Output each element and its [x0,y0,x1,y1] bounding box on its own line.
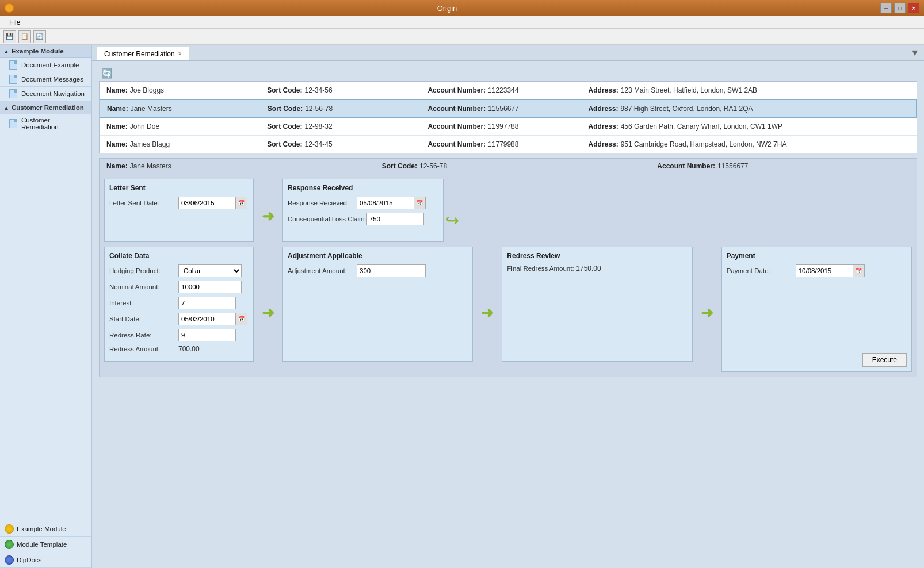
redress-amount-row: Redress Amount: 700.00 [109,345,249,353]
refresh-bar: 🔄 [97,66,919,81]
payment-title: Payment [727,252,907,260]
execute-button[interactable]: Execute [862,353,907,367]
adjustment-amount-input[interactable] [357,264,426,277]
payment-date-calendar-btn[interactable]: 📅 [853,264,865,277]
interest-input[interactable] [178,297,236,309]
sidebar-item-customer-remediation[interactable]: Customer Remediation [0,114,91,133]
sidebar-item-doc-messages[interactable]: Document Messages [0,72,91,87]
content-area: Customer Remediation × ▼ 🔄 Name: Joe Blo… [92,45,924,568]
minimize-button[interactable]: ─ [880,3,892,13]
sidebar-group-example-module: ▲ Example Module Document Example Docume… [0,45,91,101]
redress-rate-input[interactable] [178,329,236,341]
sidebar-bottom-module-template[interactable]: Module Template [0,537,91,552]
copy-button[interactable]: 📋 [18,30,31,43]
maximize-button[interactable]: □ [894,3,906,13]
hedging-product-select[interactable]: Collar Cap Swap [178,264,242,277]
sidebar-group-header-customer[interactable]: ▲ Customer Remediation [0,101,91,114]
nominal-amount-input[interactable] [178,281,242,293]
letter-sent-date-input[interactable] [178,197,236,209]
adjustment-applicable-box: Adjustment Applicable Adjustment Amount: [282,247,473,362]
file-menu[interactable]: File [5,17,25,28]
redress-review-title: Redress Review [507,252,687,260]
consequential-loss-row: Consequential Loss Claim: [288,213,438,225]
address-value-1: 123 Main Street, Hatfield, London, SW1 2… [621,86,757,94]
close-button[interactable]: ✕ [908,3,919,13]
sort-code-value-1: 12-34-56 [305,86,333,94]
address-label-2: Address: [588,105,618,113]
sort-code-label-1: Sort Code: [267,86,302,94]
redress-rate-row: Redress Rate: [109,329,249,341]
sort-code-value-4: 12-34-45 [305,140,333,148]
refresh-icon[interactable]: 🔄 [101,68,113,78]
refresh-button[interactable]: 🔄 [33,30,46,43]
customer-row-joe[interactable]: Name: Joe Bloggs Sort Code: 12-34-56 Acc… [100,82,917,99]
acct-num-value-3: 11997788 [488,122,518,131]
tab-dropdown-button[interactable]: ▼ [910,48,919,60]
customer-rem-icon [9,119,18,128]
sort-code-label-3: Sort Code: [267,122,302,131]
address-value-3: 456 Garden Path, Canary Wharf, London, C… [621,122,782,131]
tab-bar: Customer Remediation × ▼ [92,45,924,61]
final-redress-label: Final Redress Amount: [507,265,576,272]
redress-review-box: Redress Review Final Redress Amount: 175… [502,247,692,362]
sidebar-item-label-doc-example: Document Example [21,62,79,68]
final-redress-value: 1750.00 [576,264,601,273]
collate-data-title: Collate Data [109,252,249,260]
tab-customer-remediation[interactable]: Customer Remediation × [97,47,189,60]
arrow-adjustment-to-redress: ➜ [473,247,502,322]
save-button[interactable]: 💾 [3,30,16,43]
collate-data-box: Collate Data Hedging Product: Collar Cap… [104,247,254,362]
customer-row-john[interactable]: Name: John Doe Sort Code: 12-98-32 Accou… [100,118,917,136]
module-template-icon [5,540,14,549]
payment-date-row: Payment Date: 📅 [727,264,907,277]
detail-panel: Name: Jane Masters Sort Code: 12-56-78 A… [99,158,917,377]
adjustment-title: Adjustment Applicable [288,252,468,260]
customer-list: Name: Joe Bloggs Sort Code: 12-34-56 Acc… [99,81,917,153]
address-label-3: Address: [589,122,618,131]
detail-name-value: Jane Masters [130,162,171,170]
arrow-collate-to-adjustment: ➜ [254,247,282,322]
sidebar-group-customer-remediation: ▲ Customer Remediation Customer Remediat… [0,101,91,133]
detail-name-label: Name: [106,162,128,170]
redress-amount-value: 700.00 [178,345,200,353]
detail-acct-num-label: Account Number: [657,162,715,170]
sidebar-bottom-label-dipdocs: DipDocs [17,557,41,563]
customer-row-james[interactable]: Name: James Blagg Sort Code: 12-34-45 Ac… [100,136,917,153]
response-received-date-input-wrap: 📅 [357,197,426,209]
doc-navigation-icon [9,89,18,98]
dipdocs-icon [5,555,14,565]
letter-sent-date-calendar-btn[interactable]: 📅 [236,197,247,209]
name-value-1: Joe Bloggs [130,86,164,94]
interest-row: Interest: [109,297,249,309]
sidebar-group-header-example[interactable]: ▲ Example Module [0,45,91,58]
acct-num-value-4: 11779988 [488,140,518,148]
start-date-label: Start Date: [109,316,178,323]
payment-date-input[interactable] [796,264,853,277]
address-label-1: Address: [589,86,618,94]
response-date-calendar-btn[interactable]: 📅 [414,197,426,209]
response-received-date-input[interactable] [357,197,414,209]
sidebar-item-doc-example[interactable]: Document Example [0,58,91,72]
adjustment-amount-row: Adjustment Amount: [288,264,468,277]
acct-num-value-2: 11556677 [488,105,518,113]
detail-sort-code-label: Sort Code: [382,162,417,170]
sidebar-bottom-example-module[interactable]: Example Module [0,521,91,537]
sidebar-item-doc-navigation[interactable]: Document Navigation [0,87,91,101]
name-value-4: James Blagg [130,140,170,148]
name-label-3: Name: [106,122,128,131]
name-value-2: Jane Masters [131,105,172,113]
sort-code-label-2: Sort Code: [268,105,303,113]
customer-row-jane[interactable]: Name: Jane Masters Sort Code: 12-56-78 A… [100,99,917,118]
consequential-loss-input[interactable] [366,213,424,225]
address-value-4: 951 Cambridge Road, Hampstead, London, N… [621,140,787,148]
start-date-input[interactable] [178,313,236,325]
address-value-2: 987 High Street, Oxford, London, RA1 2QA [620,105,753,113]
doc-example-icon [9,60,18,70]
payment-date-input-wrap: 📅 [796,264,865,277]
letter-sent-date-label: Letter Sent Date: [109,199,178,206]
start-date-calendar-btn[interactable]: 📅 [236,313,247,325]
letter-sent-date-input-wrap: 📅 [178,197,247,209]
sidebar-bottom-dipdocs[interactable]: DipDocs [0,552,91,568]
sidebar-group-label-customer: Customer Remediation [12,104,84,111]
tab-close-button[interactable]: × [178,51,182,57]
